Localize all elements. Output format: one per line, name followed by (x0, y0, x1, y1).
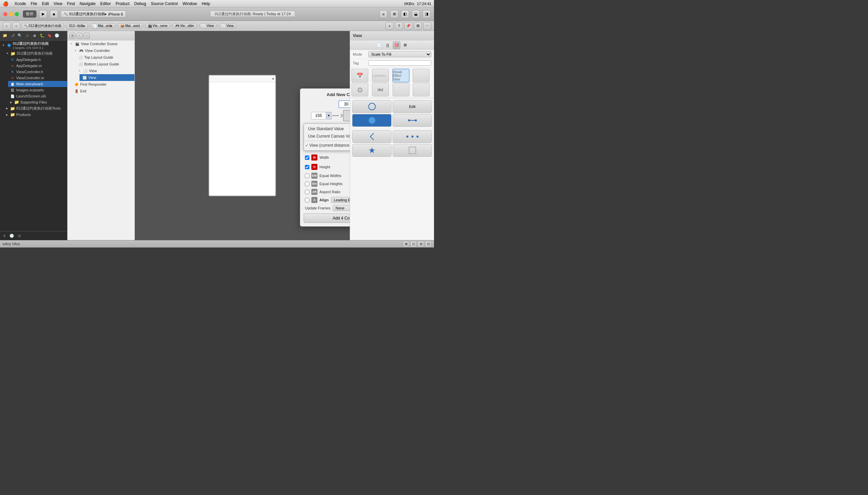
scene-back-btn[interactable]: ‹ (76, 33, 83, 39)
left-spacing-arrow[interactable]: ▼ (326, 112, 332, 119)
more-button[interactable]: ⋯ (423, 22, 431, 30)
menu-edit[interactable]: Edit (42, 1, 49, 6)
scheme-selector[interactable]: 🔨 012通过约束执行动画▸ iPhone 6 (61, 11, 126, 18)
nav-test-icon[interactable]: ◉ (32, 33, 38, 39)
sidebar-item-launchscreen[interactable]: 📄 LaunchScreen.xib (8, 93, 67, 99)
scene-item-bottom-layout[interactable]: ⬜ Bottom Layout Guide (75, 61, 135, 67)
editor-standard-button[interactable]: ≡ (379, 10, 388, 18)
breadcrumb-item-4[interactable]: 🎬 Vie...cene (145, 23, 170, 28)
add-constraints-button[interactable]: Add 4 Constraints (304, 214, 350, 223)
menu-product[interactable]: Product (116, 1, 129, 6)
scene-item-first-responder[interactable]: 🔶 First Responder (71, 81, 135, 88)
inspector-file-btn[interactable]: 📄 (375, 41, 383, 49)
nav-warn-icon[interactable]: ⚠ (24, 33, 30, 39)
sidebar-item-viewcontroller-m[interactable]: m ViewController.m (8, 75, 67, 81)
rp-icon-constraint-h[interactable] (393, 114, 432, 127)
top-spacing-input[interactable] (339, 101, 350, 108)
debugger-toggle[interactable]: ⬓ (412, 10, 420, 18)
breadcrumb-item-6[interactable]: ⬜ View (199, 23, 216, 28)
canvas[interactable]: ■ Add New Constraints ▼ (135, 31, 350, 240)
breadcrumb-item-2[interactable]: 📄 Mai...ard▸ (91, 23, 115, 28)
nav-search-icon[interactable]: 🔍 (17, 33, 23, 39)
thumb-calendar[interactable]: 📅 (351, 69, 368, 82)
scene-item-1[interactable]: ▼ 🎮 View Controller (71, 47, 135, 54)
constraint-square-btn[interactable] (393, 144, 432, 157)
menu-find[interactable]: Find (67, 1, 75, 6)
breadcrumb-item-7[interactable]: ⬜ View (219, 23, 236, 28)
grid-toggle[interactable]: ⊞ (414, 22, 422, 30)
thumb-circle[interactable]: ⊙ (351, 83, 368, 97)
sidebar-item-viewcontroller-h[interactable]: h ViewController.h (8, 69, 67, 75)
navigator-toggle[interactable]: ◧ (401, 10, 409, 18)
constraint-back-btn[interactable] (352, 130, 392, 143)
scene-item-top-layout[interactable]: ⬜ Top Layout Guide (75, 54, 135, 61)
add-file-button[interactable]: + (1, 233, 7, 239)
top-spacing-group[interactable]: ▼ (339, 101, 350, 108)
breadcrumb-item-5[interactable]: 🎮 Vie...oller (173, 23, 196, 28)
equal-widths-checkbox[interactable] (305, 174, 309, 178)
maximize-button[interactable] (15, 12, 19, 16)
constraint-star-btn[interactable]: ★ (352, 144, 392, 157)
project-root[interactable]: ▼ 🔷 012通过约束执行动画 2 targets, iOS SDK 8.1 (0, 40, 67, 50)
dropdown-standard[interactable]: Use Standard Value (304, 125, 350, 133)
editor-assistant-button[interactable]: ⊞ (390, 10, 398, 18)
nav-forward-button[interactable]: › (12, 22, 20, 30)
sidebar-item-appdelegate-h[interactable]: h AppDelegate.h (8, 57, 67, 63)
nav-debug-icon[interactable]: 🐛 (39, 33, 45, 39)
menu-view[interactable]: View (54, 1, 62, 6)
rp-icon-edit[interactable]: Edit (393, 100, 432, 113)
pause-button[interactable]: 暂停 (23, 11, 36, 18)
status-btn-1[interactable]: ⊠ (403, 241, 409, 247)
inspector-btn-2[interactable]: ? (395, 22, 403, 30)
status-btn-4[interactable]: ⊟ (425, 241, 431, 247)
scene-item-view-parent[interactable]: ▼ ⬜ View (75, 67, 135, 74)
dropdown-view-distance[interactable]: View (current distance = 155) (304, 142, 350, 149)
add-object-button[interactable]: + (386, 22, 393, 30)
minimize-button[interactable] (9, 12, 13, 16)
menu-file[interactable]: File (31, 1, 37, 6)
inspector-quick-help-btn[interactable]: {} (384, 41, 392, 49)
filter-button[interactable]: ⊙ (16, 233, 22, 239)
height-checkbox[interactable] (305, 165, 309, 169)
thumb-empty[interactable] (413, 69, 430, 82)
rp-icon-blue-circle[interactable] (352, 114, 392, 127)
update-frames-select[interactable]: None (333, 205, 350, 211)
scene-fwd-btn[interactable]: › (84, 33, 90, 39)
nav-folder-icon[interactable]: 📁 (2, 33, 8, 39)
dropdown-canvas[interactable]: Use Current Canvas Value (304, 133, 350, 140)
close-button[interactable] (3, 12, 7, 16)
width-checkbox[interactable] (305, 155, 309, 160)
mode-select[interactable]: Scale To Fill (368, 51, 431, 57)
sidebar-item-xcassets[interactable]: 🖼 Images.xcassets (8, 87, 67, 93)
rp-icon-circle[interactable] (352, 100, 392, 113)
menu-window[interactable]: Window (183, 1, 197, 6)
left-spacing-input[interactable] (311, 112, 326, 119)
nav-back-button[interactable]: ‹ (3, 22, 11, 30)
inspector-toggle[interactable]: ◨ (423, 10, 431, 18)
align-select[interactable]: Leading Edges (331, 197, 350, 203)
equal-heights-checkbox[interactable] (305, 182, 309, 186)
show-recent-button[interactable]: 🕐 (9, 233, 15, 239)
sidebar-item-supporting[interactable]: ▶ 📁 Supporting Files (8, 99, 67, 105)
sidebar-item-tests[interactable]: ▶ 📁 012通过约束执行动画Tests (4, 105, 67, 112)
pin-button[interactable]: 📌 (404, 22, 412, 30)
breadcrumb-item-0[interactable]: 🔨 012通过约束执行动画 (21, 23, 64, 29)
menu-source-control[interactable]: Source Control (151, 1, 178, 6)
inspector-size-btn[interactable]: ⊞ (402, 41, 409, 49)
align-checkbox[interactable] (305, 198, 309, 202)
menu-xcode[interactable]: Xcode (15, 1, 26, 6)
nav-bookmark-icon[interactable]: 🔖 (47, 33, 53, 39)
thumb-visual-effect[interactable]: Visual Effect View (393, 69, 409, 82)
status-btn-3[interactable]: ⊞ (418, 241, 424, 247)
run-button[interactable]: ▶ (39, 10, 47, 18)
thumb-empty2[interactable] (393, 83, 409, 97)
aspect-ratio-checkbox[interactable] (305, 190, 309, 194)
menu-editor[interactable]: Editor (101, 1, 111, 6)
menu-debug[interactable]: Debug (134, 1, 146, 6)
scene-item-view-child[interactable]: ⬜ View (79, 74, 135, 81)
stop-button[interactable]: ■ (50, 10, 58, 18)
menu-navigate[interactable]: Navigate (79, 1, 95, 6)
constraint-dots-btn[interactable] (393, 130, 432, 143)
sidebar-item-products[interactable]: ▶ 📁 Products (4, 112, 67, 118)
tag-input[interactable] (368, 61, 431, 66)
